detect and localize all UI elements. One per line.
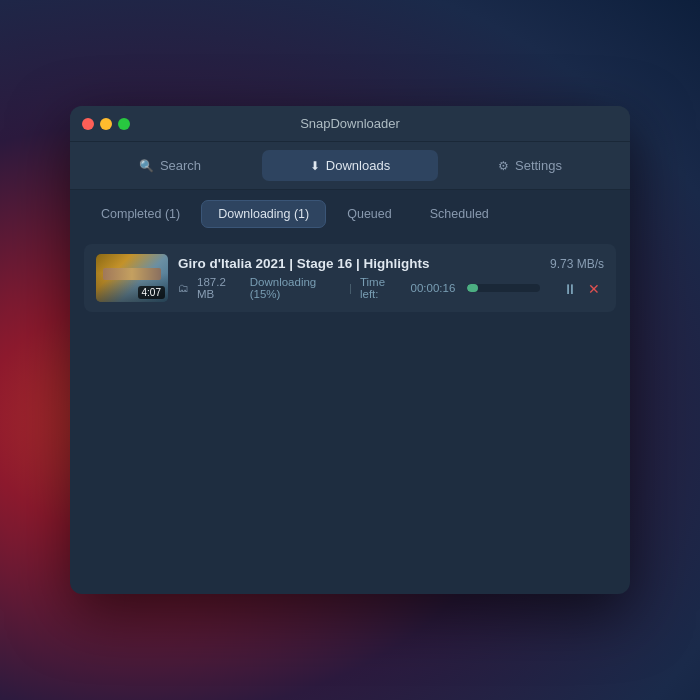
sub-tab-queued[interactable]: Queued xyxy=(330,200,408,228)
file-size: 187.2 MB xyxy=(197,276,242,300)
item-actions: ⏸ ✕ xyxy=(560,279,604,299)
tab-search-label: Search xyxy=(160,158,201,173)
search-icon: 🔍 xyxy=(139,159,154,173)
tab-downloads-label: Downloads xyxy=(326,158,390,173)
video-thumbnail: 4:07 xyxy=(96,254,168,302)
item-right: 9.73 MB/s ⏸ ✕ xyxy=(550,257,604,299)
folder-icon: 🗂 xyxy=(178,282,189,294)
nav-tabs: 🔍 Search ⬇ Downloads ⚙ Settings xyxy=(70,142,630,190)
content-area: 4:07 Giro d'Italia 2021 | Stage 16 | Hig… xyxy=(70,234,630,594)
duration-badge: 4:07 xyxy=(138,286,165,299)
item-title: Giro d'Italia 2021 | Stage 16 | Highligh… xyxy=(178,256,540,271)
item-meta: 🗂 187.2 MB Downloading (15%) | Time left… xyxy=(178,276,540,300)
pause-button[interactable]: ⏸ xyxy=(560,279,580,299)
sub-tab-downloading[interactable]: Downloading (1) xyxy=(201,200,326,228)
sub-tab-completed[interactable]: Completed (1) xyxy=(84,200,197,228)
download-item: 4:07 Giro d'Italia 2021 | Stage 16 | Hig… xyxy=(84,244,616,312)
minimize-button[interactable] xyxy=(100,118,112,130)
title-bar: SnapDownloader xyxy=(70,106,630,142)
progress-bar-container xyxy=(467,284,540,292)
progress-bar-fill xyxy=(467,284,478,292)
item-info: Giro d'Italia 2021 | Stage 16 | Highligh… xyxy=(178,256,540,300)
tab-search[interactable]: 🔍 Search xyxy=(82,150,258,181)
tab-settings-label: Settings xyxy=(515,158,562,173)
time-left-value: 00:00:16 xyxy=(411,282,456,294)
traffic-lights xyxy=(82,118,130,130)
cancel-button[interactable]: ✕ xyxy=(584,279,604,299)
download-speed: 9.73 MB/s xyxy=(550,257,604,271)
download-icon: ⬇ xyxy=(310,159,320,173)
settings-icon: ⚙ xyxy=(498,159,509,173)
separator: | xyxy=(349,282,352,294)
status-text: Downloading (15%) xyxy=(250,276,341,300)
app-window: SnapDownloader 🔍 Search ⬇ Downloads ⚙ Se… xyxy=(70,106,630,594)
tab-downloads[interactable]: ⬇ Downloads xyxy=(262,150,438,181)
time-left-label: Time left: xyxy=(360,276,403,300)
app-title: SnapDownloader xyxy=(300,116,400,131)
maximize-button[interactable] xyxy=(118,118,130,130)
sub-tab-scheduled[interactable]: Scheduled xyxy=(413,200,506,228)
close-button[interactable] xyxy=(82,118,94,130)
sub-tabs: Completed (1) Downloading (1) Queued Sch… xyxy=(70,190,630,234)
tab-settings[interactable]: ⚙ Settings xyxy=(442,150,618,181)
